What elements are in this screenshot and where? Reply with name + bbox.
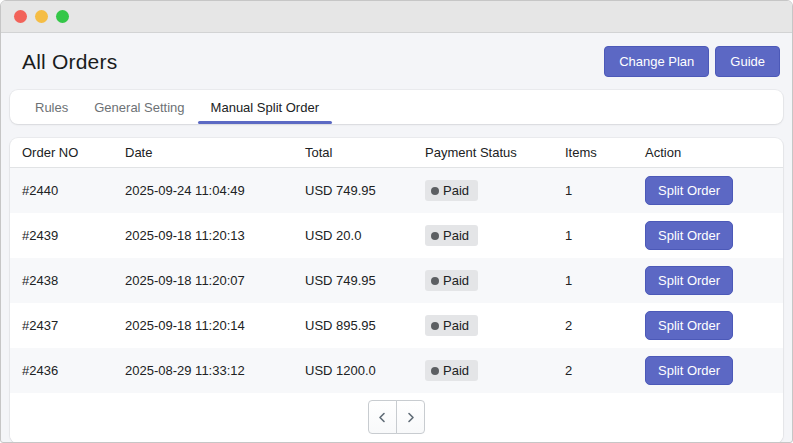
status-badge: Paid (425, 270, 478, 291)
cell-items: 2 (565, 363, 645, 378)
status-dot-icon (431, 232, 439, 240)
split-order-button[interactable]: Split Order (645, 356, 733, 385)
cell-items: 2 (565, 318, 645, 333)
status-dot-icon (431, 367, 439, 375)
cell-items: 1 (565, 183, 645, 198)
status-badge: Paid (425, 315, 478, 336)
tabs-card: Rules General Setting Manual Split Order (10, 90, 783, 124)
table-body: #2440 2025-09-24 11:04:49 USD 749.95 Pai… (10, 168, 783, 393)
page-content: All Orders Change Plan Guide Rules Gener… (1, 33, 792, 443)
cell-payment-status: Paid (425, 180, 565, 201)
status-badge: Paid (425, 180, 478, 201)
cell-order-no: #2438 (22, 273, 125, 288)
cell-total: USD 1200.0 (305, 363, 425, 378)
split-order-button[interactable]: Split Order (645, 221, 733, 250)
cell-payment-status: Paid (425, 315, 565, 336)
status-badge-label: Paid (443, 183, 469, 198)
column-header-action: Action (645, 145, 771, 160)
app-window: All Orders Change Plan Guide Rules Gener… (0, 0, 793, 443)
status-badge-label: Paid (443, 273, 469, 288)
tab-manual-split-order[interactable]: Manual Split Order (198, 90, 332, 124)
cell-date: 2025-09-18 11:20:13 (125, 228, 305, 243)
cell-order-no: #2437 (22, 318, 125, 333)
cell-payment-status: Paid (425, 270, 565, 291)
column-header-total: Total (305, 145, 425, 160)
table-header-row: Order NO Date Total Payment Status Items… (10, 138, 783, 168)
table-row: #2439 2025-09-18 11:20:13 USD 20.0 Paid … (10, 213, 783, 258)
change-plan-button[interactable]: Change Plan (604, 46, 709, 77)
table-row: #2438 2025-09-18 11:20:07 USD 749.95 Pai… (10, 258, 783, 303)
orders-table: Order NO Date Total Payment Status Items… (10, 138, 783, 443)
cell-date: 2025-09-18 11:20:07 (125, 273, 305, 288)
cell-payment-status: Paid (425, 360, 565, 381)
minimize-icon[interactable] (35, 10, 48, 23)
chevron-right-icon (405, 412, 416, 423)
status-badge: Paid (425, 360, 478, 381)
status-badge-label: Paid (443, 228, 469, 243)
cell-payment-status: Paid (425, 225, 565, 246)
page-title: All Orders (22, 50, 117, 74)
maximize-icon[interactable] (56, 10, 69, 23)
window-titlebar (1, 1, 792, 33)
cell-total: USD 749.95 (305, 273, 425, 288)
status-badge-label: Paid (443, 363, 469, 378)
cell-date: 2025-08-29 11:33:12 (125, 363, 305, 378)
cell-action: Split Order (645, 176, 771, 205)
column-header-items: Items (565, 145, 645, 160)
cell-action: Split Order (645, 311, 771, 340)
pagination (10, 393, 783, 443)
guide-button[interactable]: Guide (715, 46, 780, 77)
table-row: #2437 2025-09-18 11:20:14 USD 895.95 Pai… (10, 303, 783, 348)
cell-items: 1 (565, 228, 645, 243)
cell-items: 1 (565, 273, 645, 288)
table-row: #2436 2025-08-29 11:33:12 USD 1200.0 Pai… (10, 348, 783, 393)
status-dot-icon (431, 187, 439, 195)
cell-date: 2025-09-24 11:04:49 (125, 183, 305, 198)
cell-total: USD 20.0 (305, 228, 425, 243)
status-badge: Paid (425, 225, 478, 246)
status-dot-icon (431, 277, 439, 285)
tab-bar: Rules General Setting Manual Split Order (22, 90, 771, 124)
split-order-button[interactable]: Split Order (645, 266, 733, 295)
cell-action: Split Order (645, 266, 771, 295)
status-dot-icon (431, 322, 439, 330)
tab-general-setting[interactable]: General Setting (81, 90, 197, 124)
previous-page-button[interactable] (368, 400, 397, 434)
cell-total: USD 895.95 (305, 318, 425, 333)
cell-order-no: #2436 (22, 363, 125, 378)
column-header-date: Date (125, 145, 305, 160)
status-badge-label: Paid (443, 318, 469, 333)
column-header-order-no: Order NO (22, 145, 125, 160)
split-order-button[interactable]: Split Order (645, 311, 733, 340)
split-order-button[interactable]: Split Order (645, 176, 733, 205)
cell-order-no: #2440 (22, 183, 125, 198)
next-page-button[interactable] (396, 400, 425, 434)
column-header-payment-status: Payment Status (425, 145, 565, 160)
table-row: #2440 2025-09-24 11:04:49 USD 749.95 Pai… (10, 168, 783, 213)
cell-action: Split Order (645, 221, 771, 250)
cell-order-no: #2439 (22, 228, 125, 243)
close-icon[interactable] (14, 10, 27, 23)
page-header: All Orders Change Plan Guide (10, 33, 783, 90)
header-actions: Change Plan Guide (604, 46, 780, 77)
tab-rules[interactable]: Rules (22, 90, 81, 124)
cell-total: USD 749.95 (305, 183, 425, 198)
cell-action: Split Order (645, 356, 771, 385)
traffic-lights (14, 10, 69, 23)
cell-date: 2025-09-18 11:20:14 (125, 318, 305, 333)
chevron-left-icon (377, 412, 388, 423)
